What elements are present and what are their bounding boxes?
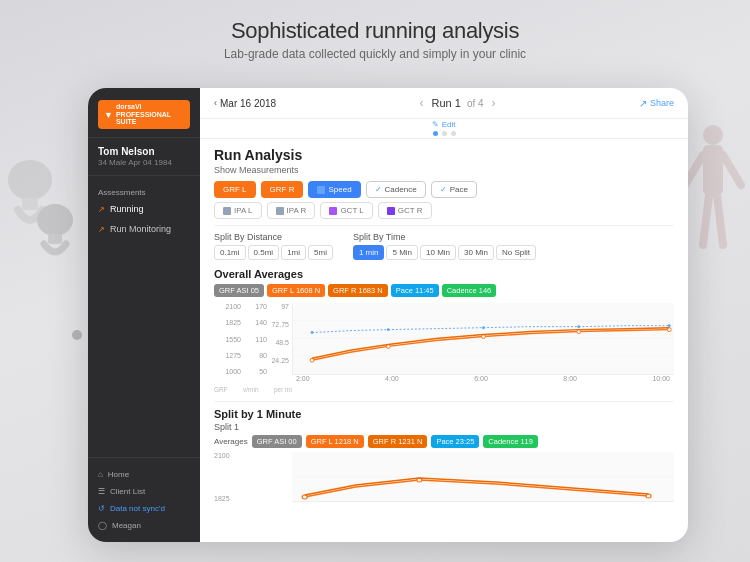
y-grf-1550: 1550 — [225, 336, 241, 343]
split-time-10min[interactable]: 10 Min — [420, 245, 456, 260]
split-dist-1mi[interactable]: 1mi — [281, 245, 306, 260]
header-edit-row: ✎ Edit — [200, 119, 688, 129]
split-time-1min[interactable]: 1 min — [353, 245, 385, 260]
filter-gct-l[interactable]: GCT L — [320, 202, 372, 219]
y-vmin-50: 50 — [259, 368, 267, 375]
unit-permi: per mi — [274, 386, 292, 393]
averages-badges: GRF ASI 05 GRF L 1608 N GRF R 1683 N Pac… — [214, 284, 674, 297]
top-text-section: Sophisticated running analysis Lab-grade… — [0, 18, 750, 61]
filter-speed[interactable]: Speed — [308, 181, 360, 198]
filter-grf-l[interactable]: GRF L — [214, 181, 256, 198]
svg-rect-1 — [22, 198, 38, 210]
split-mini-plot — [292, 452, 674, 502]
next-run-button[interactable]: › — [490, 96, 498, 110]
filter-grf-r[interactable]: GRF R — [261, 181, 304, 198]
svg-point-19 — [387, 328, 390, 331]
split-time-5min[interactable]: 5 Min — [386, 245, 418, 260]
split-mini-chart-area: 2100 1825 — [214, 452, 674, 502]
svg-point-4 — [703, 125, 723, 145]
gct-r-label: GCT R — [398, 206, 423, 215]
filter-ipa-l[interactable]: IPA L — [214, 202, 262, 219]
sidebar-user-profile[interactable]: ◯ Meagan — [98, 517, 190, 534]
split-time-30min[interactable]: 30 Min — [458, 245, 494, 260]
x-10min: 10:00 — [652, 375, 670, 393]
x-4min: 4:00 — [385, 375, 399, 393]
filter-ipa-r[interactable]: IPA R — [267, 202, 316, 219]
sidebar-item-run-monitoring-label: Run Monitoring — [110, 224, 171, 234]
split-1-label: Split 1 — [214, 422, 674, 432]
sidebar-user: Tom Nelson 34 Male Apr 04 1984 — [88, 138, 200, 176]
share-button[interactable]: ↗ Share — [639, 98, 674, 109]
split-time-options: 1 min 5 Min 10 Min 30 Min No Split — [353, 245, 536, 260]
y-vmin-170: 170 — [255, 303, 267, 310]
sidebar-bottom: ⌂ Home ☰ Client List ↺ Data not sync'd ◯… — [88, 457, 200, 542]
svg-point-13 — [310, 358, 314, 362]
chart-unit-labels: GRF v/min per mi — [214, 375, 292, 393]
client-list-label: Client List — [110, 487, 145, 496]
logo-name: dorsaVi — [116, 103, 184, 111]
page-title: Sophisticated running analysis — [0, 18, 750, 44]
sidebar-item-running-label: Running — [110, 204, 144, 214]
split-averages-prefix: Averages — [214, 437, 248, 446]
y-grf-1000: 1000 — [225, 368, 241, 375]
split-by-distance: Split By Distance 0.1mi 0.5mi 1mi 5mi — [214, 232, 333, 260]
sidebar-nav: Assessments ↗ Running ↗ Run Monitoring — [88, 176, 200, 457]
logo-text: dorsaVi PROFESSIONAL SUITE — [116, 103, 184, 126]
cadence-label: Cadence — [385, 185, 417, 194]
bg-dot — [72, 330, 82, 340]
sidebar-user-name: Tom Nelson — [98, 146, 190, 157]
badge-grf-asi: GRF ASI 05 — [214, 284, 264, 297]
unit-grf: GRF — [214, 386, 228, 393]
client-list-icon: ☰ — [98, 487, 105, 496]
sidebar-item-run-monitoring[interactable]: ↗ Run Monitoring — [88, 219, 200, 239]
filter-gct-r[interactable]: GCT R — [378, 202, 432, 219]
sidebar-home[interactable]: ⌂ Home — [98, 466, 190, 483]
back-button[interactable]: ‹ Mar 16 2018 — [214, 98, 276, 109]
svg-line-8 — [703, 195, 709, 245]
home-label: Home — [108, 470, 129, 479]
sidebar-item-running[interactable]: ↗ Running — [88, 199, 200, 219]
home-icon: ⌂ — [98, 470, 103, 479]
svg-point-18 — [311, 331, 314, 334]
share-label: Share — [650, 98, 674, 108]
y-grf-1825: 1825 — [225, 319, 241, 326]
svg-point-21 — [577, 325, 580, 328]
split-badge-grf-asi: GRF ASI 00 — [252, 435, 302, 448]
badge-cadence: Cadence 146 — [442, 284, 497, 297]
split-time-label: Split By Time — [353, 232, 536, 242]
y-vmin-140: 140 — [255, 319, 267, 326]
chart-svg — [293, 303, 674, 374]
filter-row-1: GRF L GRF R Speed ✓ Cadence ✓ Pace — [214, 181, 674, 198]
pace-label: Pace — [450, 185, 468, 194]
gct-l-label: GCT L — [340, 206, 363, 215]
svg-line-9 — [717, 195, 723, 245]
mini-y-2100: 2100 — [214, 452, 289, 459]
running-icon: ↗ — [98, 205, 105, 214]
prev-run-button[interactable]: ‹ — [418, 96, 426, 110]
x-2min: 2:00 — [296, 375, 310, 393]
split-badge-cadence: Cadence 119 — [483, 435, 538, 448]
grf-l-label: GRF L — [223, 185, 247, 194]
share-icon: ↗ — [639, 98, 647, 109]
filter-pace[interactable]: ✓ Pace — [431, 181, 477, 198]
filter-cadence[interactable]: ✓ Cadence — [366, 181, 426, 198]
svg-point-2 — [37, 204, 73, 236]
logo-box: ▼ dorsaVi PROFESSIONAL SUITE — [98, 100, 190, 129]
divider-2 — [214, 401, 674, 402]
sync-icon: ↺ — [98, 504, 105, 513]
y-vmin-110: 110 — [255, 336, 267, 343]
header-dots — [200, 129, 688, 138]
split-dist-5mi[interactable]: 5mi — [308, 245, 333, 260]
edit-button[interactable]: ✎ Edit — [432, 120, 455, 129]
mini-y-1825: 1825 — [214, 495, 289, 502]
split-badge-pace: Pace 23:25 — [431, 435, 479, 448]
y-permi-24: 24.25 — [271, 357, 289, 364]
split-dist-0.5mi[interactable]: 0.5mi — [248, 245, 280, 260]
badge-grf-r: GRF R 1683 N — [328, 284, 388, 297]
split-time-nosplit[interactable]: No Split — [496, 245, 536, 260]
split-dist-0.1mi[interactable]: 0.1mi — [214, 245, 246, 260]
run-monitoring-icon: ↗ — [98, 225, 105, 234]
y-permi-97: 97 — [281, 303, 289, 310]
sidebar-sync[interactable]: ↺ Data not sync'd — [98, 500, 190, 517]
sidebar-client-list[interactable]: ☰ Client List — [98, 483, 190, 500]
